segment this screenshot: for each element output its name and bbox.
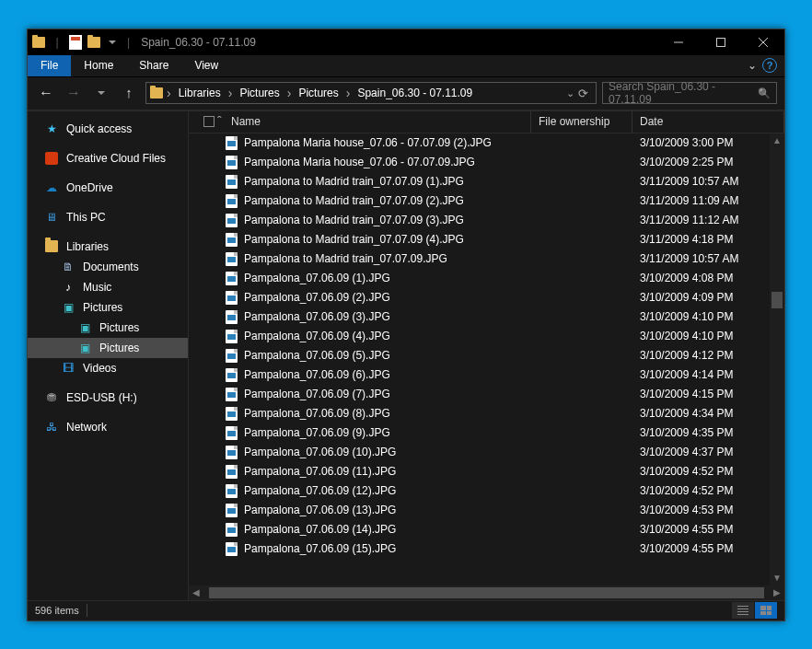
file-date: 3/10/2009 4:52 PM: [640, 465, 733, 478]
maximize-button[interactable]: [700, 29, 742, 55]
sidebar-item-esd-usb[interactable]: ⛃ ESD-USB (H:): [28, 388, 188, 408]
back-button[interactable]: [35, 82, 57, 104]
sidebar-item-libraries[interactable]: Libraries: [28, 237, 188, 257]
column-file-ownership[interactable]: File ownership: [531, 111, 632, 133]
file-row[interactable]: Pampalona_07.06.09 (2).JPG3/10/2009 4:09…: [189, 288, 784, 307]
file-row[interactable]: Pampalona_07.06.09 (6).JPG3/10/2009 4:14…: [189, 365, 784, 385]
file-list[interactable]: Pampalona Maria house_07.06 - 07.07.09 (…: [189, 133, 784, 585]
sidebar-item-label: Quick access: [66, 122, 132, 135]
horizontal-scrollbar[interactable]: ◀ ▶: [189, 585, 784, 600]
ribbon-expand-icon[interactable]: ⌄: [748, 59, 757, 72]
sidebar-item-onedrive[interactable]: ☁ OneDrive: [28, 178, 188, 198]
scroll-thumb[interactable]: [209, 587, 764, 598]
jpg-file-icon: [224, 155, 238, 169]
file-row[interactable]: Pampalona_07.06.09 (4).JPG3/10/2009 4:10…: [189, 327, 784, 346]
jpg-file-icon: [224, 193, 238, 208]
file-row[interactable]: Pampalona_07.06.09 (8).JPG3/10/2009 4:34…: [189, 404, 784, 423]
file-date: 3/10/2009 4:12 PM: [640, 349, 733, 362]
sidebar-item-videos[interactable]: 🎞 Videos: [28, 358, 188, 378]
jpg-file-icon: [224, 309, 238, 324]
file-row[interactable]: Pampalona Maria house_07.06 - 07.07.09 (…: [189, 133, 784, 153]
jpg-file-icon: [224, 348, 238, 363]
close-button[interactable]: [742, 29, 784, 55]
sort-ascending-icon: [268, 114, 273, 129]
file-row[interactable]: Pampalona_07.06.09 (11).JPG3/10/2009 4:5…: [189, 462, 784, 481]
sidebar-item-pictures-current[interactable]: ▣ Pictures: [28, 338, 188, 358]
breadcrumb-segment[interactable]: Libraries: [175, 87, 225, 99]
sidebar-item-network[interactable]: 🖧 Network: [28, 417, 188, 437]
app-icon[interactable]: [31, 35, 46, 50]
file-row[interactable]: Pampalona_07.06.09 (10).JPG3/10/2009 4:3…: [189, 443, 784, 462]
scroll-thumb[interactable]: [771, 292, 783, 308]
file-row[interactable]: Pampalona_07.06.09 (14).JPG3/10/2009 4:5…: [189, 520, 784, 539]
file-row[interactable]: Pampalona to Madrid train_07.07.09 (3).J…: [189, 211, 784, 230]
file-row[interactable]: Pampalona to Madrid train_07.07.09 (1).J…: [189, 172, 784, 191]
sidebar-item-label: Pictures: [83, 301, 122, 314]
history-dropdown-icon[interactable]: [90, 82, 112, 104]
breadcrumb[interactable]: Libraries Pictures Pictures Spain_06.30 …: [145, 82, 597, 104]
tab-home[interactable]: Home: [71, 55, 126, 76]
sidebar-item-this-pc[interactable]: 🖥 This PC: [28, 207, 188, 227]
file-row[interactable]: Pampalona_07.06.09 (12).JPG3/10/2009 4:5…: [189, 481, 784, 501]
address-dropdown-icon[interactable]: ⌄: [566, 87, 574, 99]
file-row[interactable]: Pampalona to Madrid train_07.07.09 (2).J…: [189, 191, 784, 211]
file-date: 3/10/2009 4:53 PM: [640, 504, 733, 516]
help-icon[interactable]: ?: [762, 58, 777, 73]
jpg-file-icon: [224, 425, 238, 440]
file-row[interactable]: Pampalona to Madrid train_07.07.09 (4).J…: [189, 230, 784, 249]
file-row[interactable]: Pampalona_07.06.09 (15).JPG3/10/2009 4:5…: [189, 539, 784, 559]
file-row[interactable]: Pampalona_07.06.09 (3).JPG3/10/2009 4:10…: [189, 307, 784, 327]
scroll-down-icon[interactable]: ▼: [770, 571, 784, 585]
jpg-file-icon: [224, 541, 238, 556]
view-details-button[interactable]: [732, 602, 754, 619]
scroll-left-icon[interactable]: ◀: [189, 585, 203, 600]
tab-share[interactable]: Share: [126, 55, 181, 76]
sidebar-item-pictures-sub[interactable]: ▣ Pictures: [28, 318, 188, 338]
search-input[interactable]: Search Spain_06.30 - 07.11.09: [602, 82, 777, 104]
scroll-up-icon[interactable]: ▲: [770, 133, 784, 148]
sidebar-item-quick-access[interactable]: ★ Quick access: [28, 119, 188, 139]
column-name[interactable]: Name: [224, 111, 531, 133]
sidebar-item-music[interactable]: ♪ Music: [28, 277, 188, 297]
jpg-file-icon: [224, 387, 238, 401]
file-row[interactable]: Pampalona Maria house_07.06 - 07.07.09.J…: [189, 153, 784, 172]
navbar: Libraries Pictures Pictures Spain_06.30 …: [28, 77, 784, 110]
jpg-file-icon: [224, 464, 238, 479]
view-thumbnails-button[interactable]: [755, 602, 777, 619]
column-date[interactable]: Date: [632, 111, 784, 133]
file-row[interactable]: Pampalona_07.06.09 (7).JPG3/10/2009 4:15…: [189, 385, 784, 404]
tab-file[interactable]: File: [28, 55, 71, 76]
file-row[interactable]: Pampalona_07.06.09 (1).JPG3/10/2009 4:08…: [189, 269, 784, 288]
breadcrumb-segment[interactable]: Pictures: [295, 87, 342, 99]
breadcrumb-root-icon[interactable]: [150, 87, 163, 99]
qat-properties-icon[interactable]: [68, 35, 83, 50]
column-label: File ownership: [539, 115, 609, 128]
tab-view[interactable]: View: [181, 55, 231, 76]
sidebar-item-documents[interactable]: 🗎 Documents: [28, 257, 188, 277]
file-row[interactable]: Pampalona_07.06.09 (9).JPG3/10/2009 4:35…: [189, 423, 784, 443]
forward-button[interactable]: [63, 82, 85, 104]
file-row[interactable]: Pampalona_07.06.09 (5).JPG3/10/2009 4:12…: [189, 346, 784, 365]
sidebar-item-creative-cloud[interactable]: Creative Cloud Files: [28, 148, 188, 168]
sidebar-item-label: Pictures: [99, 321, 139, 334]
file-date: 3/10/2009 4:55 PM: [640, 523, 733, 536]
refresh-icon[interactable]: [578, 87, 588, 100]
breadcrumb-segment[interactable]: Pictures: [236, 87, 283, 99]
column-headers: Name File ownership Date: [189, 111, 784, 133]
file-row[interactable]: Pampalona_07.06.09 (13).JPG3/10/2009 4:5…: [189, 501, 784, 520]
minimize-button[interactable]: [657, 29, 700, 55]
scroll-right-icon[interactable]: ▶: [770, 585, 784, 600]
qat-newfolder-icon[interactable]: [87, 35, 101, 50]
sidebar-item-pictures[interactable]: ▣ Pictures: [28, 297, 188, 318]
file-name: Pampalona_07.06.09 (3).JPG: [244, 310, 640, 323]
vertical-scrollbar[interactable]: ▲ ▼: [770, 133, 784, 585]
explorer-window: | | Spain_06.30 - 07.11.09 File Home Sha…: [27, 29, 785, 621]
search-icon[interactable]: [758, 87, 771, 99]
jpg-file-icon: [224, 406, 238, 421]
qat-dropdown-icon[interactable]: [105, 35, 120, 50]
file-name: Pampalona_07.06.09 (12).JPG: [244, 484, 640, 497]
breadcrumb-segment[interactable]: Spain_06.30 - 07.11.09: [354, 87, 476, 99]
up-button[interactable]: [118, 82, 140, 104]
library-icon: [44, 239, 59, 254]
file-row[interactable]: Pampalona to Madrid train_07.07.09.JPG3/…: [189, 249, 784, 269]
